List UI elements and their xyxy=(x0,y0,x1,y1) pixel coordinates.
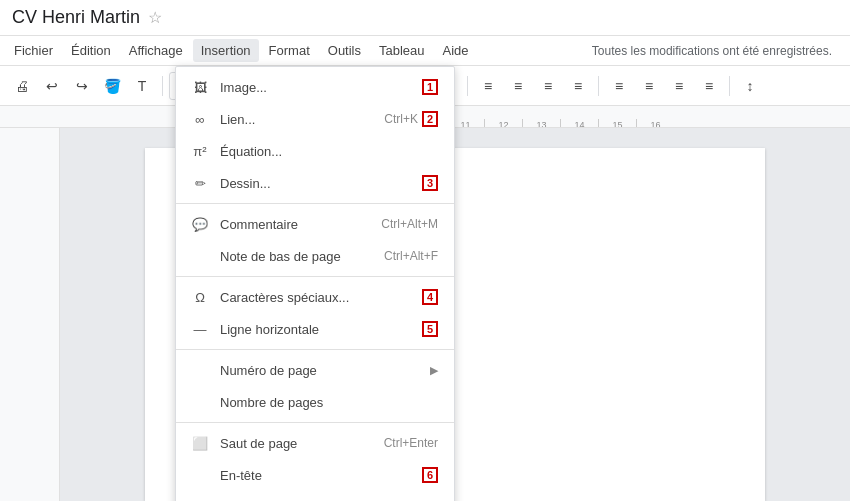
dropdown-item-pied-de-page[interactable]: Pied de page xyxy=(176,491,454,501)
annotation-label-3: 3 xyxy=(422,175,438,191)
insertion-dropdown: 🖼Image...1∞Lien...Ctrl+K2π²Équation...✏D… xyxy=(175,66,455,501)
left-sidebar xyxy=(0,128,60,501)
dropdown-item-shortcut: Ctrl+Alt+F xyxy=(384,249,438,263)
dropdown-item-ligne-horizontale[interactable]: —Ligne horizontale5 xyxy=(176,313,454,345)
menu-tableau[interactable]: Tableau xyxy=(371,39,433,62)
dropdown-item-label: Image... xyxy=(220,80,418,95)
dropdown-item-label: Équation... xyxy=(220,144,438,159)
dropdown-item-en-tête[interactable]: En-tête6 xyxy=(176,459,454,491)
toolbar-align-justify-btn[interactable]: ≡ xyxy=(695,72,723,100)
dropdown-separator xyxy=(176,276,454,277)
ruler-mark: 13 xyxy=(522,119,560,127)
dropdown-item-icon xyxy=(188,393,212,411)
toolbar-ordered-list-btn[interactable]: ≡ xyxy=(474,72,502,100)
dropdown-separator xyxy=(176,203,454,204)
toolbar-undo-btn[interactable]: ↩ xyxy=(38,72,66,100)
dropdown-item-label: Numéro de page xyxy=(220,363,430,378)
toolbar-sep-4 xyxy=(467,76,468,96)
annotation-label-5: 5 xyxy=(422,321,438,337)
dropdown-item-label: Saut de page xyxy=(220,436,376,451)
document-title: CV Henri Martin xyxy=(12,7,140,28)
toolbar-sep-1 xyxy=(162,76,163,96)
dropdown-item-saut-de-page[interactable]: ⬜Saut de pageCtrl+Enter xyxy=(176,427,454,459)
dropdown-item-icon: 🖼 xyxy=(188,78,212,96)
ruler-mark: 14 xyxy=(560,119,598,127)
dropdown-separator xyxy=(176,349,454,350)
dropdown-item-dessin[interactable]: ✏Dessin...3 xyxy=(176,167,454,199)
save-status: Toutes les modifications ont été enregis… xyxy=(592,44,844,58)
ruler-mark: 12 xyxy=(484,119,522,127)
dropdown-item-icon: — xyxy=(188,320,212,338)
toolbar-sep-6 xyxy=(729,76,730,96)
dropdown-item-icon xyxy=(188,361,212,379)
toolbar-align-right-btn[interactable]: ≡ xyxy=(665,72,693,100)
annotation-label-6: 6 xyxy=(422,467,438,483)
dropdown-item-shortcut: Ctrl+K xyxy=(384,112,418,126)
menu-affichage[interactable]: Affichage xyxy=(121,39,191,62)
dropdown-item-image[interactable]: 🖼Image...1 xyxy=(176,71,454,103)
toolbar-indent-more-btn[interactable]: ≡ xyxy=(564,72,592,100)
star-icon[interactable]: ☆ xyxy=(148,8,162,27)
dropdown-item-shortcut: Ctrl+Alt+M xyxy=(381,217,438,231)
toolbar-format-clear-btn[interactable]: T xyxy=(128,72,156,100)
dropdown-separator xyxy=(176,422,454,423)
toolbar-align-center-btn[interactable]: ≡ xyxy=(635,72,663,100)
menu-outils[interactable]: Outils xyxy=(320,39,369,62)
dropdown-item-icon: ∞ xyxy=(188,110,212,128)
annotation-label-2: 2 xyxy=(422,111,438,127)
dropdown-item-icon: Ω xyxy=(188,288,212,306)
dropdown-item-caractères-spéciaux[interactable]: ΩCaractères spéciaux...4 xyxy=(176,281,454,313)
toolbar-indent-less-btn[interactable]: ≡ xyxy=(534,72,562,100)
menu-edition[interactable]: Édition xyxy=(63,39,119,62)
menu-format[interactable]: Format xyxy=(261,39,318,62)
dropdown-item-label: En-tête xyxy=(220,468,418,483)
dropdown-item-nombre-de-pages[interactable]: Nombre de pages xyxy=(176,386,454,418)
dropdown-item-arrow: ▶ xyxy=(430,364,438,377)
dropdown-item-label: Lien... xyxy=(220,112,376,127)
menu-aide[interactable]: Aide xyxy=(435,39,477,62)
menu-fichier[interactable]: Fichier xyxy=(6,39,61,62)
ruler-mark: 15 xyxy=(598,119,636,127)
toolbar-sep-5 xyxy=(598,76,599,96)
dropdown-item-label: Caractères spéciaux... xyxy=(220,290,418,305)
dropdown-item-icon xyxy=(188,466,212,484)
toolbar-align-left-btn[interactable]: ≡ xyxy=(605,72,633,100)
dropdown-item-lien[interactable]: ∞Lien...Ctrl+K2 xyxy=(176,103,454,135)
dropdown-item-icon xyxy=(188,247,212,265)
dropdown-item-icon: ⬜ xyxy=(188,434,212,452)
dropdown-item-label: Dessin... xyxy=(220,176,418,191)
dropdown-item-icon: 💬 xyxy=(188,215,212,233)
menu-insertion[interactable]: Insertion xyxy=(193,39,259,62)
title-bar: CV Henri Martin ☆ xyxy=(0,0,850,36)
dropdown-item-icon: ✏ xyxy=(188,174,212,192)
toolbar-paint-btn[interactable]: 🪣 xyxy=(98,72,126,100)
dropdown-item-label: Ligne horizontale xyxy=(220,322,418,337)
toolbar-unordered-list-btn[interactable]: ≡ xyxy=(504,72,532,100)
dropdown-item-numéro-de-page[interactable]: Numéro de page▶ xyxy=(176,354,454,386)
menu-bar: Fichier Édition Affichage Insertion Form… xyxy=(0,36,850,66)
dropdown-item-label: Commentaire xyxy=(220,217,373,232)
dropdown-item-icon: π² xyxy=(188,142,212,160)
toolbar-redo-btn[interactable]: ↪ xyxy=(68,72,96,100)
dropdown-item-shortcut: Ctrl+Enter xyxy=(384,436,438,450)
annotation-label-1: 1 xyxy=(422,79,438,95)
dropdown-item-label: Note de bas de page xyxy=(220,249,376,264)
annotation-label-4: 4 xyxy=(422,289,438,305)
toolbar-print-btn[interactable]: 🖨 xyxy=(8,72,36,100)
dropdown-item-équation[interactable]: π²Équation... xyxy=(176,135,454,167)
ruler-mark: 16 xyxy=(636,119,674,127)
dropdown-item-note-de-bas-de-page[interactable]: Note de bas de pageCtrl+Alt+F xyxy=(176,240,454,272)
dropdown-item-commentaire[interactable]: 💬CommentaireCtrl+Alt+M xyxy=(176,208,454,240)
toolbar-line-spacing-btn[interactable]: ↕ xyxy=(736,72,764,100)
dropdown-item-label: Nombre de pages xyxy=(220,395,438,410)
